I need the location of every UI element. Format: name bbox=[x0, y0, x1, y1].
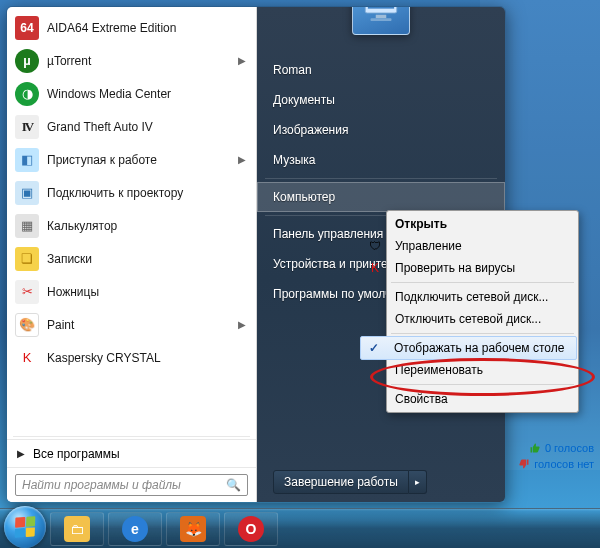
divider bbox=[13, 436, 250, 437]
program-item[interactable]: ✂Ножницы bbox=[7, 275, 256, 308]
menu-item-icon: 🛡 bbox=[367, 238, 383, 254]
start-button[interactable] bbox=[4, 506, 46, 548]
program-icon: ▣ bbox=[15, 181, 39, 205]
context-menu-label: Переименовать bbox=[395, 363, 483, 377]
context-menu-item[interactable]: KПроверить на вирусы bbox=[361, 257, 576, 279]
all-programs-label: Все программы bbox=[33, 447, 120, 461]
program-label: Windows Media Center bbox=[47, 87, 246, 101]
program-item[interactable]: 🎨Paint▶ bbox=[7, 308, 256, 341]
program-icon: µ bbox=[15, 49, 39, 73]
program-label: Приступая к работе bbox=[47, 153, 230, 167]
shutdown-button[interactable]: Завершение работы bbox=[273, 470, 409, 494]
votes-down: голосов нет bbox=[534, 458, 594, 470]
context-menu-item[interactable]: Открыть bbox=[361, 213, 576, 235]
svg-rect-2 bbox=[376, 15, 387, 19]
shutdown-label: Завершение работы bbox=[284, 475, 398, 489]
program-label: Ножницы bbox=[47, 285, 246, 299]
program-label: Kaspersky CRYSTAL bbox=[47, 351, 246, 365]
context-menu-item[interactable]: 🛡Управление bbox=[361, 235, 576, 257]
program-item[interactable]: ▦Калькулятор bbox=[7, 209, 256, 242]
search-wrap: Найти программы и файлы🔍 bbox=[7, 467, 256, 502]
program-icon: ◑ bbox=[15, 82, 39, 106]
context-menu-item[interactable]: ✓Отображать на рабочем столе bbox=[360, 336, 577, 360]
thumb-up-icon bbox=[529, 442, 541, 454]
program-icon: 🎨 bbox=[15, 313, 39, 337]
chevron-right-icon: ▶ bbox=[238, 319, 246, 330]
taskbar-button[interactable]: e bbox=[108, 512, 162, 546]
computer-icon bbox=[360, 6, 402, 27]
check-icon: ✓ bbox=[369, 341, 379, 355]
program-icon: ✂ bbox=[15, 280, 39, 304]
program-label: Записки bbox=[47, 252, 246, 266]
program-item[interactable]: ▣Подключить к проектору bbox=[7, 176, 256, 209]
program-icon: ❏ bbox=[15, 247, 39, 271]
svg-rect-3 bbox=[371, 18, 392, 21]
separator bbox=[265, 178, 497, 179]
right-pane-item[interactable]: Документы bbox=[257, 85, 505, 115]
context-menu-item[interactable]: Отключить сетевой диск... bbox=[361, 308, 576, 330]
separator bbox=[391, 333, 574, 334]
chevron-right-icon: ▶ bbox=[238, 154, 246, 165]
context-menu-item[interactable]: Подключить сетевой диск... bbox=[361, 286, 576, 308]
shutdown-row: Завершение работы ▸ bbox=[257, 462, 505, 502]
program-item[interactable]: IVGrand Theft Auto IV bbox=[7, 110, 256, 143]
context-menu-item[interactable]: Переименовать bbox=[361, 359, 576, 381]
context-menu-label: Отображать на рабочем столе bbox=[394, 341, 564, 355]
triangle-icon: ▶ bbox=[17, 448, 25, 459]
context-menu-label: Управление bbox=[395, 239, 462, 253]
program-label: µTorrent bbox=[47, 54, 230, 68]
search-icon: 🔍 bbox=[226, 478, 241, 492]
firefox-icon: 🦊 bbox=[180, 516, 206, 542]
program-icon: 64 bbox=[15, 16, 39, 40]
program-label: Paint bbox=[47, 318, 230, 332]
separator bbox=[391, 282, 574, 283]
program-item[interactable]: 64AIDA64 Extreme Edition bbox=[7, 11, 256, 44]
all-programs[interactable]: ▶ Все программы bbox=[7, 439, 256, 467]
menu-item-icon: K bbox=[367, 260, 383, 276]
context-menu-label: Отключить сетевой диск... bbox=[395, 312, 541, 326]
program-item[interactable]: ❏Записки bbox=[7, 242, 256, 275]
context-menu-label: Подключить сетевой диск... bbox=[395, 290, 548, 304]
context-menu-label: Проверить на вирусы bbox=[395, 261, 515, 275]
taskbar-apps: 🗀e🦊O bbox=[50, 512, 278, 546]
program-icon: ◧ bbox=[15, 148, 39, 172]
taskbar: 🗀e🦊O bbox=[0, 508, 600, 548]
chevron-right-icon: ▶ bbox=[238, 55, 246, 66]
program-icon: ▦ bbox=[15, 214, 39, 238]
program-label: AIDA64 Extreme Edition bbox=[47, 21, 246, 35]
context-menu-item[interactable]: Свойства bbox=[361, 388, 576, 410]
program-item[interactable]: ◧Приступая к работе▶ bbox=[7, 143, 256, 176]
computer-context-menu: Открыть🛡УправлениеKПроверить на вирусыПо… bbox=[386, 210, 579, 413]
ie-icon: e bbox=[122, 516, 148, 542]
right-pane-item[interactable]: Roman bbox=[257, 55, 505, 85]
taskbar-button[interactable]: 🦊 bbox=[166, 512, 220, 546]
windows-logo-icon bbox=[15, 516, 36, 537]
program-icon: K bbox=[15, 346, 39, 370]
program-item[interactable]: ◑Windows Media Center bbox=[7, 77, 256, 110]
context-menu-label: Свойства bbox=[395, 392, 448, 406]
context-menu-label: Открыть bbox=[395, 217, 447, 231]
right-pane-item[interactable]: Изображения bbox=[257, 115, 505, 145]
votes-up: 0 голосов bbox=[545, 442, 594, 454]
shutdown-options-button[interactable]: ▸ bbox=[409, 470, 427, 494]
search-input[interactable]: Найти программы и файлы🔍 bbox=[15, 474, 248, 496]
program-icon: IV bbox=[15, 115, 39, 139]
programs-list: 64AIDA64 Extreme EditionµµTorrent▶◑Windo… bbox=[7, 7, 256, 434]
program-label: Подключить к проектору bbox=[47, 186, 246, 200]
opera-icon: O bbox=[238, 516, 264, 542]
program-label: Калькулятор bbox=[47, 219, 246, 233]
start-menu-left-pane: 64AIDA64 Extreme EditionµµTorrent▶◑Windo… bbox=[7, 7, 257, 502]
explorer-icon: 🗀 bbox=[64, 516, 90, 542]
taskbar-button[interactable]: 🗀 bbox=[50, 512, 104, 546]
program-label: Grand Theft Auto IV bbox=[47, 120, 246, 134]
taskbar-button[interactable]: O bbox=[224, 512, 278, 546]
right-pane-item[interactable]: Компьютер bbox=[257, 182, 505, 212]
user-picture[interactable] bbox=[352, 6, 410, 35]
svg-rect-1 bbox=[368, 6, 394, 9]
program-item[interactable]: µµTorrent▶ bbox=[7, 44, 256, 77]
program-item[interactable]: KKaspersky CRYSTAL bbox=[7, 341, 256, 374]
thumb-down-icon bbox=[518, 458, 530, 470]
right-pane-item[interactable]: Музыка bbox=[257, 145, 505, 175]
separator bbox=[391, 384, 574, 385]
